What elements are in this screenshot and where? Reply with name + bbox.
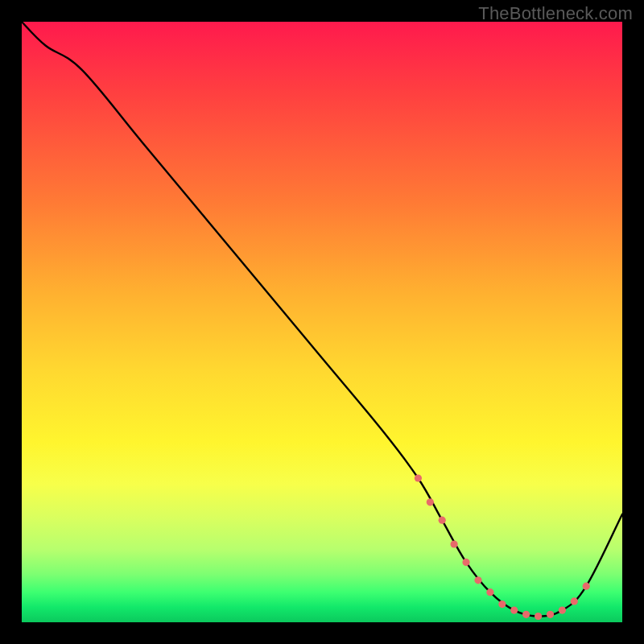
marker-dot: [486, 588, 493, 596]
marker-dot: [510, 607, 518, 614]
marker-dot: [547, 611, 554, 618]
watermark-text: TheBottleneck.com: [478, 3, 633, 24]
marker-dot: [474, 576, 481, 584]
bottleneck-curve: [22, 22, 622, 617]
marker-dot: [462, 559, 469, 566]
marker-dot: [559, 607, 566, 614]
marker-dot: [451, 540, 458, 547]
chart-frame: TheBottleneck.com: [0, 0, 644, 644]
marker-dot: [427, 498, 434, 506]
curve-svg: [22, 22, 622, 622]
marker-dot: [571, 597, 578, 605]
plot-area: [22, 22, 622, 622]
marker-dot: [535, 613, 542, 620]
marker-group: [415, 474, 590, 620]
marker-dot: [498, 601, 506, 608]
marker-dot: [439, 517, 446, 524]
marker-dot: [583, 583, 590, 590]
marker-dot: [415, 474, 422, 481]
marker-dot: [522, 611, 530, 618]
